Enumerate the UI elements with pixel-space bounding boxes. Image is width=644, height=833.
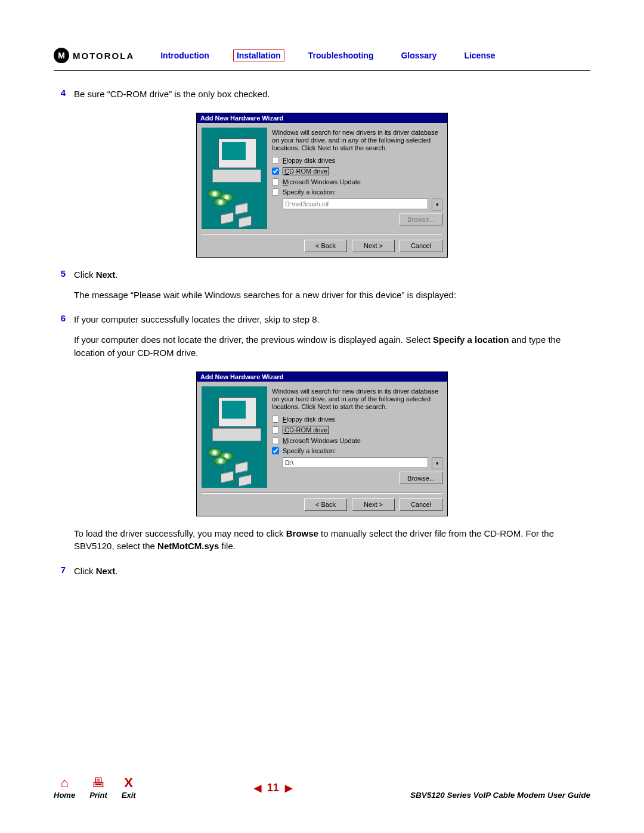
step-number: 5	[54, 268, 66, 309]
label-floppy: Floppy disk drives	[283, 157, 335, 164]
exit-icon: X	[124, 776, 133, 789]
nav-troubleshooting[interactable]: Troubleshooting	[305, 49, 377, 61]
dialog-intro-text: Windows will search for new drivers in i…	[272, 129, 442, 153]
next-page-icon[interactable]: ▶	[285, 782, 292, 794]
step-6: 6 If your computer successfully locates …	[54, 313, 590, 366]
print-icon: 🖶	[92, 776, 105, 789]
step-7: 7 Click Next.	[54, 565, 590, 585]
step-text: Be sure “CD-ROM drive” is the only box c…	[74, 88, 590, 108]
home-icon: ⌂	[60, 776, 68, 789]
checkbox-specify-location[interactable]	[272, 447, 279, 454]
checkbox-windows-update[interactable]	[272, 437, 279, 444]
dialog-titlebar: Add New Hardware Wizard	[197, 113, 447, 123]
dropdown-icon[interactable]: ▾	[432, 457, 442, 469]
footer-exit-label: Exit	[122, 791, 136, 800]
step-5: 5 Click Next. The message “Please wait w…	[54, 268, 590, 309]
cancel-button[interactable]: Cancel	[400, 498, 442, 511]
checkbox-cdrom[interactable]	[272, 426, 279, 433]
motorola-m-icon: M	[54, 48, 69, 63]
screenshot-dialog-1: Add New Hardware Wizard Windows will sea…	[54, 113, 590, 258]
dialog-sidebar-art	[202, 386, 267, 488]
footer-exit[interactable]: X Exit	[122, 776, 136, 800]
step-number: 7	[54, 565, 66, 585]
label-cdrom: CD-ROM drive	[283, 167, 329, 175]
step-7-line1: Click Next.	[74, 565, 590, 578]
label-windows-update: Microsoft Windows Update	[283, 437, 361, 444]
footer-home-label: Home	[54, 791, 75, 800]
step-number: 6	[54, 313, 66, 366]
dropdown-icon: ▾	[432, 199, 442, 210]
step-6-continued: To load the driver successfully, you may…	[54, 527, 590, 561]
nav-introduction[interactable]: Introduction	[157, 49, 213, 61]
page-header: M MOTOROLA Introduction Installation Tro…	[54, 48, 590, 63]
dialog-intro-text: Windows will search for new drivers in i…	[272, 388, 442, 411]
footer-print[interactable]: 🖶 Print	[89, 776, 107, 800]
cancel-button[interactable]: Cancel	[400, 240, 442, 252]
label-cdrom: CD-ROM drive	[283, 426, 329, 434]
nav-installation[interactable]: Installation	[233, 49, 284, 61]
location-input[interactable]	[283, 457, 428, 468]
step-4-text: Be sure “CD-ROM drive” is the only box c…	[74, 88, 590, 101]
step-number: 4	[54, 88, 66, 108]
brand-name: MOTOROLA	[73, 51, 134, 61]
guide-title: SBV5120 Series VoIP Cable Modem User Gui…	[410, 791, 590, 800]
browse-button[interactable]: Browse...	[400, 472, 442, 484]
label-specify-location: Specify a location:	[283, 188, 336, 196]
footer-home[interactable]: ⌂ Home	[54, 776, 75, 800]
step-4: 4 Be sure “CD-ROM drive” is the only box…	[54, 88, 590, 108]
checkbox-windows-update[interactable]	[272, 178, 279, 185]
step-6-line3: To load the driver successfully, you may…	[74, 527, 590, 553]
checkbox-specify-location[interactable]	[272, 188, 279, 196]
back-button[interactable]: < Back	[304, 240, 347, 252]
step-6-line2: If your computer does not locate the dri…	[74, 333, 590, 360]
header-divider	[54, 70, 590, 71]
brand-logo: M MOTOROLA	[54, 48, 134, 63]
next-button[interactable]: Next >	[352, 240, 395, 252]
location-input-disabled	[283, 199, 428, 209]
screenshot-dialog-2: Add New Hardware Wizard Windows will sea…	[54, 371, 590, 516]
page-number: 11	[267, 782, 279, 794]
back-button[interactable]: < Back	[304, 498, 347, 511]
top-nav: Introduction Installation Troubleshootin…	[157, 49, 499, 61]
footer-print-label: Print	[89, 791, 107, 800]
pager: ◀ 11 ▶	[254, 782, 292, 794]
label-windows-update: Microsoft Windows Update	[283, 178, 361, 185]
prev-page-icon[interactable]: ◀	[254, 782, 261, 794]
page-footer: ⌂ Home 🖶 Print X Exit ◀ 11 ▶ SBV5120 Ser…	[54, 776, 590, 800]
nav-license[interactable]: License	[460, 49, 499, 61]
step-5-line2: The message “Please wait while Windows s…	[74, 289, 590, 302]
checkbox-floppy[interactable]	[272, 416, 279, 423]
label-specify-location: Specify a location:	[283, 447, 336, 454]
dialog-titlebar: Add New Hardware Wizard	[197, 372, 447, 382]
browse-button-disabled: Browse...	[400, 213, 442, 225]
step-5-line1: Click Next.	[74, 268, 590, 281]
checkbox-floppy[interactable]	[272, 157, 279, 164]
checkbox-cdrom[interactable]	[272, 168, 279, 175]
nav-glossary[interactable]: Glossary	[397, 49, 440, 61]
dialog-sidebar-art	[202, 128, 267, 229]
label-floppy: Floppy disk drives	[283, 416, 335, 423]
step-6-line1: If your computer successfully locates th…	[74, 313, 590, 326]
next-button[interactable]: Next >	[352, 498, 395, 511]
